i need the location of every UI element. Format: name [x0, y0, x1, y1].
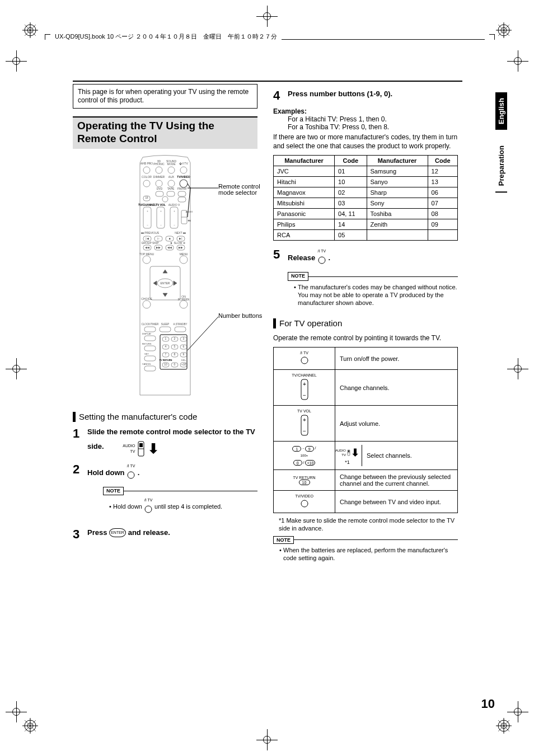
table-row: /I TV Turn on/off the power.: [274, 348, 458, 370]
svg-text:▷: ▷: [157, 237, 160, 240]
svg-text:TV/VIDEO: TV/VIDEO: [177, 175, 190, 179]
cornermark-icon: [22, 22, 38, 38]
power-tv-button-icon: /I TV: [274, 348, 335, 370]
page-title-box: Operating the TV Using the Remote Contro…: [73, 116, 257, 149]
svg-text:◀◀: ◀◀: [145, 246, 149, 249]
table-row: TV/CHANNEL +− Change channels.: [274, 370, 458, 406]
step-3: 3 Press ENTER and release.: [73, 528, 257, 541]
svg-text:100+: 100+: [181, 359, 186, 361]
multi-code-note: If there are two or more manufacturer's …: [273, 133, 458, 151]
svg-point-19: [180, 167, 187, 173]
svg-text:COLOR: COLOR: [142, 175, 152, 179]
svg-text:−: −: [303, 392, 306, 398]
svg-text:PHONIC: PHONIC: [153, 162, 165, 166]
svg-point-153: [301, 500, 308, 507]
svg-text:8: 8: [174, 353, 176, 356]
svg-rect-49: [144, 327, 156, 332]
svg-text:＋: ＋: [160, 209, 162, 213]
svg-text:＋: ＋: [146, 209, 149, 213]
svg-text:10: 10: [164, 363, 167, 366]
tv-return-button-icon: TV RETURN 10: [274, 470, 335, 491]
svg-text:AUDIO: AUDIO: [186, 210, 193, 213]
arrow-down-icon: ⬇: [351, 447, 359, 459]
section-tab: Preparation: [495, 140, 507, 192]
svg-text:GROUP SKIP: GROUP SKIP: [141, 241, 159, 245]
svg-text:+: +: [303, 381, 306, 387]
svg-text:⏮ PREVIOUS: ⏮ PREVIOUS: [141, 231, 160, 234]
note-step5: NOTE The manufacturer's codes may be cha…: [288, 272, 458, 307]
table-row: JVC01Samsung12: [274, 166, 458, 177]
table-row: Mitsubishi03Sony07: [274, 198, 458, 209]
svg-text:CLOCK/TIMER: CLOCK/TIMER: [142, 323, 160, 326]
svg-point-141: [145, 506, 152, 513]
power-tv-button-icon: /I TV: [144, 497, 153, 516]
svg-text:CANCEL: CANCEL: [142, 363, 152, 365]
svg-rect-50: [160, 327, 171, 332]
subheading-tv-operation: For TV operation: [273, 318, 458, 328]
svg-point-47: [143, 300, 151, 308]
table-row: 1 - 9 / 100+ 0 / +10 AUDIOTV ⬇: [274, 442, 458, 470]
svg-text:MODE: MODE: [167, 162, 176, 166]
page-number: 10: [481, 697, 495, 711]
regmark-icon: [507, 358, 528, 379]
svg-text:＋: ＋: [173, 209, 176, 213]
svg-text:DISPLAY: DISPLAY: [142, 332, 152, 335]
svg-text:RETURN: RETURN: [142, 342, 152, 345]
svg-text:1: 1: [165, 337, 167, 340]
doc-header: UX-QD9[US].book 10 ページ ２００４年１０月８日 金曜日 午前…: [45, 32, 495, 42]
svg-text:DIMMER: DIMMER: [153, 175, 165, 179]
mode-selector-icon: AUDIOTV ⬇ *1: [335, 445, 362, 466]
svg-text:+: +: [303, 417, 306, 423]
svg-text:▶|: ▶|: [179, 237, 182, 240]
svg-text:DVD: DVD: [157, 187, 163, 190]
note-final: NOTE When the batteries are replaced, pe…: [273, 536, 458, 562]
svg-point-142: [318, 257, 325, 264]
svg-text:18: 18: [145, 196, 148, 199]
language-tab: English: [495, 92, 507, 130]
annot-number-buttons: Number buttons: [218, 313, 269, 319]
svg-point-43: [143, 256, 151, 264]
svg-text:7: 7: [165, 353, 167, 356]
svg-point-16: [143, 167, 150, 173]
step-2: 2 Hold down /I TV . NOTE Hold down /I: [73, 463, 257, 523]
svg-text:▶▶: ▶▶: [179, 246, 183, 249]
svg-point-48: [180, 300, 188, 308]
svg-rect-53: [144, 346, 156, 351]
tv-vol-rocker-icon: TV VOL +−: [274, 406, 335, 442]
annot-mode-selector: Remote control mode selector: [218, 184, 269, 196]
svg-text:4: 4: [165, 345, 167, 348]
svg-rect-139: [139, 443, 143, 447]
tv-channel-rocker-icon: TV/CHANNEL +−: [274, 370, 335, 406]
tv-video-button-icon: TV/VIDEO: [274, 491, 335, 513]
svg-text:TV VOL: TV VOL: [156, 203, 166, 206]
table-row: Hitachi10Sanyo13: [274, 177, 458, 187]
svg-text:6: 6: [183, 345, 185, 348]
regmark-icon: [6, 358, 27, 379]
svg-text:TV: TV: [188, 219, 190, 222]
svg-point-28: [162, 196, 168, 202]
svg-rect-29: [178, 197, 186, 202]
number-buttons-icon: 1 - 9 / 100+ 0 / +10: [274, 442, 335, 470]
footnote: *1 Make sure to slide the remote control…: [279, 516, 458, 533]
svg-rect-54: [144, 356, 156, 361]
table-row: TV/VIDEO Change between TV and video inp…: [274, 491, 458, 513]
svg-point-44: [180, 256, 188, 264]
regmark-icon: [256, 729, 278, 750]
svg-text:3: 3: [183, 337, 185, 340]
svg-text:TAPE: TAPE: [167, 187, 175, 190]
content-area: This page is for when operating your TV …: [73, 84, 459, 567]
svg-rect-24: [156, 191, 163, 196]
regmark-icon: [507, 50, 528, 72]
cornermark-icon: [496, 22, 512, 38]
svg-text:NEXT ⏭: NEXT ⏭: [175, 231, 186, 234]
mode-selector-icon: AUDIOTV ⬇: [123, 440, 159, 457]
step-5: 5 Release /I TV . NOTE The manufacturer'…: [273, 248, 458, 313]
svg-text:－: －: [146, 223, 149, 227]
svg-text:⏻/I TV: ⏻/I TV: [179, 162, 188, 165]
op-intro: Operate the remote control by pointing i…: [273, 334, 458, 343]
svg-text:TV RETURN: TV RETURN: [160, 359, 172, 361]
regmark-icon: [256, 6, 278, 27]
svg-text:◀◀: ◀◀: [167, 246, 172, 249]
svg-rect-25: [167, 191, 175, 196]
right-column: 4 Press number buttons (1-9, 0). Example…: [273, 84, 458, 567]
